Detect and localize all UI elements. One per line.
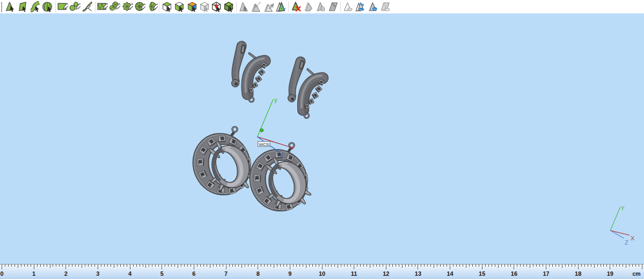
svg-text:1: 1 [32, 270, 35, 277]
svg-text:16: 16 [511, 270, 517, 277]
svg-text:WCS: WCS [259, 142, 269, 147]
svg-text:14: 14 [447, 270, 453, 277]
svg-text:6: 6 [192, 270, 195, 277]
svg-text:4: 4 [128, 270, 132, 277]
svg-text:13: 13 [415, 270, 421, 277]
svg-text:y: y [274, 97, 277, 103]
svg-text:Z: Z [625, 239, 628, 246]
svg-text:10: 10 [319, 270, 325, 277]
svg-text:12: 12 [383, 270, 389, 277]
svg-text:X: X [631, 235, 635, 241]
svg-text:19: 19 [607, 270, 613, 277]
svg-text:15: 15 [479, 270, 485, 277]
svg-text:8: 8 [257, 270, 260, 277]
svg-text:5: 5 [160, 270, 164, 277]
svg-text:18: 18 [575, 270, 581, 277]
svg-text:7: 7 [224, 270, 228, 277]
svg-text:11: 11 [351, 270, 357, 277]
svg-text:17: 17 [543, 270, 549, 277]
svg-text:z: z [280, 151, 283, 158]
svg-text:cm: cm [632, 270, 640, 277]
svg-text:9: 9 [288, 270, 291, 277]
svg-text:x: x [290, 144, 294, 151]
svg-text:0: 0 [0, 270, 3, 277]
svg-text:3: 3 [96, 270, 99, 277]
svg-text:2: 2 [64, 270, 68, 277]
svg-text:Y: Y [621, 205, 625, 211]
